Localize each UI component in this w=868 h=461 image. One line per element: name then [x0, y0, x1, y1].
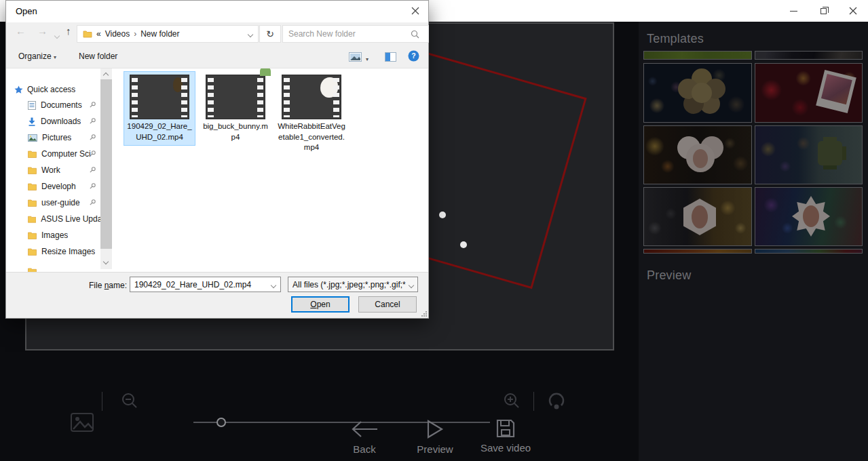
- breadcrumb-item-videos[interactable]: Videos: [105, 29, 130, 39]
- dialog-toolbar: Organize ▾ New folder ▾ ?: [6, 45, 428, 68]
- bokeh-background: [755, 126, 862, 184]
- search-input[interactable]: [288, 29, 411, 39]
- breadcrumb-collapse[interactable]: «: [96, 29, 101, 39]
- file-type-value: All files (*.jpg;*.jpeg;*.png;*.gif;*: [293, 280, 409, 289]
- organize-menu[interactable]: Organize ▾: [18, 52, 56, 61]
- save-video-button[interactable]: Save video: [475, 419, 536, 454]
- template-thumbnail-mickey-ears[interactable]: [643, 125, 752, 184]
- file-name-input[interactable]: [130, 280, 271, 289]
- zoom-slider-knob[interactable]: [216, 418, 226, 427]
- sidebar-item-downloads[interactable]: Downloads: [6, 114, 101, 129]
- preview-pane-button[interactable]: [385, 52, 396, 62]
- template-thumbnail-blue[interactable]: [755, 249, 863, 254]
- template-thumbnail-red[interactable]: [643, 249, 752, 254]
- search-box[interactable]: [282, 25, 429, 43]
- nav-forward-icon[interactable]: →: [37, 25, 48, 37]
- file-item-white-rabbit[interactable]: WhiteRabbitEatVegetable1_converted.mp4: [276, 71, 347, 157]
- thumbnail-view-button[interactable]: [349, 52, 362, 62]
- template-thumbnail-flower-collage[interactable]: [643, 63, 752, 123]
- preview-button[interactable]: Preview: [411, 419, 459, 455]
- close-button[interactable]: [838, 0, 868, 22]
- pin-icon: [89, 117, 96, 125]
- control-point[interactable]: [439, 212, 446, 218]
- star-shape-icon: [792, 196, 830, 237]
- scroll-up-icon[interactable]: [103, 73, 109, 78]
- rotate-icon[interactable]: [547, 391, 566, 410]
- pin-icon: [89, 182, 96, 190]
- combobox-chevron-icon[interactable]: [271, 280, 276, 289]
- nav-back-icon[interactable]: ←: [16, 25, 26, 37]
- sidebar-item-quick-access[interactable]: Quick access: [6, 82, 101, 97]
- open-button[interactable]: Open: [291, 296, 350, 313]
- breadcrumb[interactable]: « Videos › New folder: [77, 25, 259, 43]
- scroll-down-icon[interactable]: [103, 259, 109, 264]
- breadcrumb-item-new-folder[interactable]: New folder: [140, 29, 179, 39]
- template-thumbnail-green-grass[interactable]: [643, 51, 752, 60]
- file-type-dropdown[interactable]: All files (*.jpg;*.jpeg;*.png;*.gif;*: [288, 277, 418, 292]
- templates-heading: Templates: [647, 32, 704, 46]
- template-thumbnail-puzzle-piece[interactable]: [755, 125, 863, 184]
- file-name-combobox[interactable]: [130, 277, 281, 292]
- template-thumbnail-hexagon-portrait[interactable]: [643, 187, 752, 246]
- file-name-label: 190429_02_Hare_UHD_02.mp4: [124, 121, 195, 142]
- toolbar-divider: [102, 392, 102, 411]
- refresh-button[interactable]: ↻: [259, 25, 281, 43]
- template-thumbnail-red-bokeh-polaroid[interactable]: [755, 63, 863, 123]
- folder-icon: [28, 216, 36, 223]
- resize-grip[interactable]: [421, 311, 427, 317]
- zoom-in-icon[interactable]: [503, 392, 521, 409]
- folder-icon: [28, 232, 37, 239]
- breadcrumb-dropdown-chevron-icon[interactable]: [248, 29, 252, 39]
- sidebar-item-documents[interactable]: Documents: [6, 98, 101, 113]
- sidebar-item-work[interactable]: Work: [6, 163, 101, 178]
- dialog-close-button[interactable]: [405, 1, 426, 21]
- template-thumbnail-dark-photo[interactable]: [755, 51, 863, 60]
- minimize-button[interactable]: [778, 0, 808, 22]
- video-thumbnail-hare: [130, 75, 189, 119]
- cancel-button[interactable]: Cancel: [358, 296, 417, 313]
- polaroid-photo-icon: [816, 70, 856, 113]
- sidebar-item-partial[interactable]: [6, 264, 101, 272]
- sidebar-item-pictures[interactable]: Pictures: [6, 130, 101, 145]
- back-button[interactable]: Back: [343, 419, 386, 455]
- close-icon: [849, 7, 857, 15]
- file-item-big-buck-bunny[interactable]: big_buck_bunny.mp4: [200, 71, 271, 146]
- sidebar-item-label: ASUS Live Updat: [41, 214, 101, 224]
- sidebar-item-label: Pictures: [42, 133, 71, 142]
- dialog-titlebar[interactable]: Open: [6, 1, 428, 22]
- file-name-label: big_buck_bunny.mp4: [200, 121, 271, 142]
- back-label: Back: [353, 443, 375, 455]
- help-button[interactable]: ?: [408, 50, 419, 62]
- file-item-hare-video[interactable]: 190429_02_Hare_UHD_02.mp4: [124, 71, 195, 146]
- control-point[interactable]: [460, 241, 467, 248]
- new-folder-button[interactable]: New folder: [79, 52, 117, 61]
- pin-icon: [89, 199, 96, 206]
- sidebar-scrollbar[interactable]: [100, 68, 112, 269]
- open-file-dialog: Open ← → ↑ « Videos › New folder ↻: [5, 0, 429, 319]
- scrollbar-thumb[interactable]: [100, 79, 112, 249]
- view-dropdown-chevron-icon[interactable]: ▾: [366, 54, 369, 63]
- sidebar-item-label: Computer Sci: [41, 149, 91, 159]
- sidebar-item-user-guide[interactable]: user-guide: [6, 195, 101, 210]
- template-thumbnail-star-portrait[interactable]: [755, 187, 863, 246]
- save-icon: [496, 419, 515, 438]
- sidebar-item-asus-live-update[interactable]: ASUS Live Updat: [6, 212, 101, 226]
- pin-icon: [89, 166, 96, 174]
- sidebar-item-label: user-guide: [41, 198, 80, 207]
- sidebar-item-images[interactable]: Images: [6, 228, 101, 243]
- image-icon: [71, 413, 94, 432]
- minimize-icon: [790, 11, 797, 12]
- preview-heading: Preview: [647, 268, 691, 283]
- restore-button[interactable]: [808, 0, 838, 22]
- thumbnail-view-icon: [349, 52, 362, 62]
- flower-shape-icon: [692, 83, 712, 103]
- folder-icon: [28, 183, 37, 191]
- refresh-icon: ↻: [266, 28, 274, 39]
- file-name-label-text: File name:: [89, 281, 127, 290]
- nav-history-chevron-icon[interactable]: [55, 28, 59, 40]
- sidebar-item-resize-images[interactable]: Resize Images: [6, 244, 101, 259]
- nav-up-icon[interactable]: ↑: [66, 25, 71, 37]
- sidebar-item-developh[interactable]: Developh: [6, 179, 101, 194]
- zoom-out-icon[interactable]: [121, 392, 138, 409]
- sidebar-item-computer-sci[interactable]: Computer Sci: [6, 146, 101, 161]
